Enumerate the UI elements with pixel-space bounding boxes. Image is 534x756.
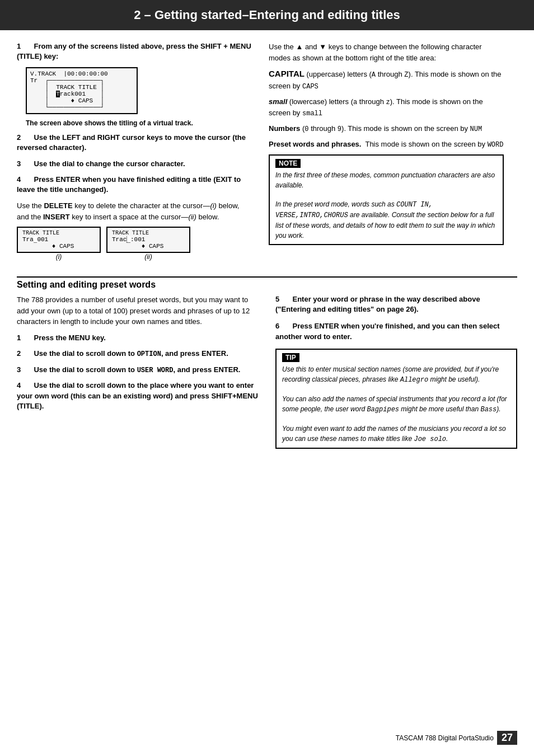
screen-i-line2: ♦ CAPS <box>22 243 95 250</box>
lower-step-1-number: 1 <box>17 334 25 342</box>
screen-i-line1: Tra█001 <box>22 236 95 243</box>
step-2-number: 2 <box>17 133 25 142</box>
right-para1: Use the ▲ and ▼ keys to change between t… <box>269 41 504 63</box>
screen1-line3: │ TRACK TITLE │ <box>30 84 133 91</box>
lower-step-3: 3 Use the dial to scroll down to USER WO… <box>17 365 259 375</box>
section-lower-right: 5 Enter your word or phrase in the way d… <box>275 294 517 453</box>
tip-box: TIP Use this to enter musical section na… <box>275 349 517 449</box>
lower-step-5-number: 5 <box>275 295 283 303</box>
lower-step-5: 5 Enter your word or phrase in the way d… <box>275 294 517 314</box>
lower-step-1: 1 Press the MENU key. <box>17 333 259 343</box>
lower-step-2-number: 2 <box>17 349 25 358</box>
section-heading: Setting and editing preset words <box>17 280 517 290</box>
lower-step-6-text: Press ENTER when you're finished, and yo… <box>275 322 500 340</box>
step-4-number: 4 <box>17 175 25 184</box>
screen-ii-line1: Trac█:001 <box>112 236 185 243</box>
page-footer: TASCAM 788 Digital PortaStudio 27 <box>396 731 517 745</box>
lower-step-4-text: Use the dial to scroll down to the place… <box>17 381 258 410</box>
screen1-line2: Tr ┌──────────────┐ <box>30 77 133 84</box>
lower-step-4-number: 4 <box>17 381 25 389</box>
screen-ii-title: TRACK TITLE <box>112 230 185 236</box>
lower-step-2: 2 Use the dial to scroll down to OPTION,… <box>17 349 259 359</box>
screen-i-label: (i) <box>17 253 101 261</box>
section-divider <box>17 276 517 278</box>
small-mode: small (lowercase) letters (a through z).… <box>269 96 504 119</box>
screen1-caption: The screen above shows the titling of a … <box>26 119 252 128</box>
step-1-number: 1 <box>17 42 25 50</box>
tip-text-1: Use this to enter musical section names … <box>282 364 510 385</box>
lower-step-3-text: Use the dial to scroll down to USER WORD… <box>34 365 240 374</box>
step-1: 1 From any of the screens listed above, … <box>17 41 252 62</box>
screen-pair: TRACK TITLE Tra█001 ♦ CAPS (i) TRACK TIT… <box>17 227 252 261</box>
top-content: 1 From any of the screens listed above, … <box>0 30 534 274</box>
note-box: NOTE In the first three of these modes, … <box>269 154 504 245</box>
step-1-text: From any of the screens listed above, pr… <box>17 42 251 60</box>
step-3: 3 Use the dial to change the cursor char… <box>17 159 252 169</box>
screen-ii-line2: ♦ CAPS <box>112 243 185 250</box>
screen-i-title: TRACK TITLE <box>22 230 95 236</box>
left-column: 1 From any of the screens listed above, … <box>17 41 252 263</box>
note-text-2: In the preset word mode, words such as C… <box>275 199 497 241</box>
screen-ii-label: (ii) <box>106 253 190 261</box>
page-number: 27 <box>497 731 517 745</box>
section-lower-content: The 788 provides a number of useful pres… <box>17 294 517 453</box>
lower-step-4: 4 Use the dial to scroll down to the pla… <box>17 381 259 411</box>
tip-label: TIP <box>282 353 299 362</box>
screen-i-container: TRACK TITLE Tra█001 ♦ CAPS (i) <box>17 227 101 261</box>
note-text-1: In the first three of these modes, commo… <box>275 170 497 190</box>
right-column: Use the ▲ and ▼ keys to change between t… <box>269 41 504 263</box>
step-3-number: 3 <box>17 159 25 168</box>
step-3-text: Use the dial to change the cursor charac… <box>34 159 185 168</box>
preset-mode: Preset words and phrases. This mode is s… <box>269 139 504 150</box>
step-4: 4 Press ENTER when you have finished edi… <box>17 175 252 195</box>
screen-ii-container: TRACK TITLE Trac█:001 ♦ CAPS (ii) <box>106 227 190 261</box>
screen1-line6: └──────────────┘ <box>30 104 133 111</box>
screen-i: TRACK TITLE Tra█001 ♦ CAPS <box>17 227 101 253</box>
step-4-text: Press ENTER when you have finished editi… <box>17 175 241 194</box>
lower-step-3-number: 3 <box>17 365 25 374</box>
tip-text-2: You can also add the names of special in… <box>282 394 510 415</box>
section-lower: Setting and editing preset words The 788… <box>0 280 534 453</box>
screen1-line5: │ ♦ CAPS │ <box>30 97 133 104</box>
page-header: 2 – Getting started–Entering and editing… <box>0 0 534 30</box>
capital-mode: CAPITAL (uppercase) letters (A through Z… <box>269 68 504 92</box>
section-lower-left: The 788 provides a number of useful pres… <box>17 294 259 453</box>
lower-step-5-text: Enter your word or phrase in the way des… <box>275 295 480 313</box>
screen1-line4: │ Track001 │ <box>30 91 133 97</box>
lower-step-1-text: Press the MENU key. <box>34 334 105 342</box>
lower-step-6: 6 Press ENTER when you're finished, and … <box>275 321 517 341</box>
screen-ii: TRACK TITLE Trac█:001 ♦ CAPS <box>106 227 190 253</box>
numbers-mode: Numbers (0 through 9). This mode is show… <box>269 123 504 134</box>
tip-text-3: You might even want to add the names of … <box>282 424 510 444</box>
lower-step-2-text: Use the dial to scroll down to OPTION, a… <box>34 349 228 358</box>
note-label: NOTE <box>275 159 301 168</box>
step-2-text: Use the LEFT and RIGHT cursor keys to mo… <box>17 133 246 152</box>
lower-step-6-number: 6 <box>275 322 283 330</box>
footer-brand: TASCAM 788 Digital PortaStudio <box>396 734 494 742</box>
delete-insert-para: Use the DELETE key to delete the charact… <box>17 200 252 222</box>
section-lower-intro: The 788 provides a number of useful pres… <box>17 294 259 327</box>
step-2: 2 Use the LEFT and RIGHT cursor keys to … <box>17 133 252 153</box>
page-title: 2 – Getting started–Entering and editing… <box>134 8 400 22</box>
screen-mockup-1: V.TRACK |00:00:00:00 Tr ┌──────────────┐… <box>26 67 252 114</box>
screen1-line1: V.TRACK |00:00:00:00 <box>30 71 133 77</box>
